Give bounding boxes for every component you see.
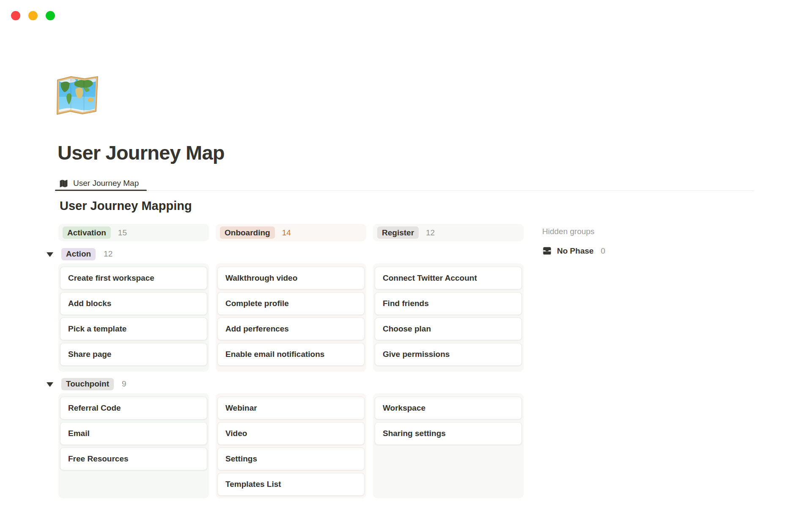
column-pill-activation[interactable]: Activation [63,226,111,239]
column-header-register[interactable]: Register 12 [373,224,524,241]
column-pill-onboarding[interactable]: Onboarding [220,226,275,239]
board-card[interactable]: Webinar [217,397,365,420]
window-controls [11,11,55,20]
collapse-group-toggle[interactable] [47,252,53,257]
group-header-touchpoint: Touchpoint 9 [47,378,126,390]
close-window-button[interactable] [11,11,20,20]
board-card[interactable]: Complete profile [217,292,365,315]
zoom-window-button[interactable] [46,11,55,20]
column-count-activation: 15 [118,228,127,237]
board-card[interactable]: Connect Twitter Account [375,267,522,290]
board-card[interactable]: Share page [60,343,207,366]
board-card[interactable]: Email [60,422,207,445]
board-map-icon [59,179,69,188]
board-card[interactable]: Settings [217,447,365,470]
board-card[interactable]: Free Resources [60,447,207,470]
no-phase-label: No Phase [557,246,594,256]
tabbar-divider [55,190,754,191]
board-column-activation-touchpoint: Referral Code Email Free Resources [58,393,209,498]
column-header-activation[interactable]: Activation 15 [58,224,209,241]
tab-user-journey-map[interactable]: User Journey Map [59,179,139,188]
tab-label: User Journey Map [73,179,139,188]
board-card[interactable]: Referral Code [60,397,207,420]
board-column-register-touchpoint: Workspace Sharing settings [373,393,524,498]
view-tabbar: User Journey Map [59,176,139,190]
board-card[interactable]: Find friends [375,292,522,315]
board-column-activation-action: Create first workspace Add blocks Pick a… [58,263,209,372]
column-count-register: 12 [426,228,435,237]
page-title[interactable]: User Journey Map [58,141,225,164]
column-count-onboarding: 14 [282,228,291,237]
view-title: User Journey Mapping [60,199,192,213]
collapse-group-toggle[interactable] [47,382,53,387]
board-column-register-action: Connect Twitter Account Find friends Cho… [373,263,524,372]
column-pill-register[interactable]: Register [377,226,419,239]
board-card[interactable]: Walkthrough video [217,267,365,290]
column-header-onboarding[interactable]: Onboarding 14 [216,224,366,241]
board-card[interactable]: Sharing settings [375,422,522,445]
group-header-action: Action 12 [47,248,112,260]
minimize-window-button[interactable] [28,11,38,20]
group-count-action: 12 [104,249,112,259]
board-card[interactable]: Video [217,422,365,445]
board-card[interactable]: Workspace [375,397,522,420]
group-pill-action[interactable]: Action [61,248,96,260]
board-card[interactable]: Give permissions [375,343,522,366]
group-pill-touchpoint[interactable]: Touchpoint [61,378,114,390]
no-phase-count: 0 [601,246,606,256]
inbox-icon [542,246,552,256]
board-card[interactable]: Templates List [217,473,365,496]
hidden-groups-label: Hidden groups [542,227,595,236]
hidden-group-no-phase[interactable]: No Phase 0 [542,246,605,256]
board-card[interactable]: Add perferences [217,318,365,340]
group-count-touchpoint: 9 [122,379,126,389]
board-card[interactable]: Pick a template [60,318,207,340]
board-column-onboarding-action: Walkthrough video Complete profile Add p… [216,263,366,372]
board-card[interactable]: Add blocks [60,292,207,315]
board-card[interactable]: Create first workspace [60,267,207,290]
board-column-onboarding-touchpoint: Webinar Video Settings Templates List [216,393,366,498]
page-icon-world-map-emoji[interactable] [55,74,99,116]
board-card[interactable]: Choose plan [375,318,522,340]
active-tab-indicator [55,190,147,191]
board-card[interactable]: Enable email notifications [217,343,365,366]
